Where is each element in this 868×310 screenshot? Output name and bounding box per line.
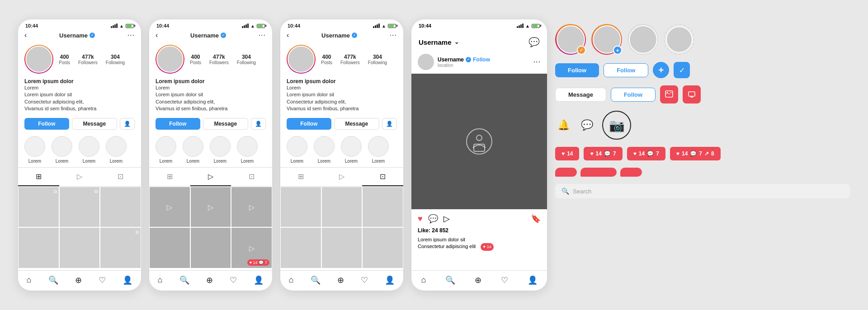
share-icon[interactable]: ▷ (443, 214, 450, 224)
wifi-icon: ▲ (119, 23, 124, 28)
person-button-2[interactable]: 👤 (251, 118, 266, 130)
notif-card-4: ♥ 14 💬 7 ↗ 8 (670, 147, 721, 160)
nav-add-1[interactable]: ⊕ (75, 275, 82, 285)
nav-profile-large[interactable]: 👤 (528, 275, 538, 285)
tab-tagged-2[interactable]: ⊡ (231, 168, 272, 186)
stats-row-3: 400 Posts 477k Followers 304 Following (321, 54, 397, 65)
signal-icon-3 (373, 23, 380, 28)
highlight-item-4: Lorem (106, 136, 127, 164)
nav-heart-large[interactable]: ♡ (501, 275, 508, 285)
profile-section-1: 400 Posts 477k Followers 304 Following (18, 42, 141, 77)
tab-reels-2[interactable]: ▷ (190, 168, 231, 186)
tab-tagged-1[interactable]: ⊡ (100, 168, 141, 186)
nav-search-3[interactable]: 🔍 (311, 275, 321, 285)
back-button-1[interactable]: ‹ (24, 31, 27, 39)
post-like-count: Like: 24 852 (411, 225, 547, 235)
post-avatar (418, 54, 434, 70)
nav-heart-1[interactable]: ♡ (99, 275, 106, 285)
dm-icon[interactable]: 💬 (528, 37, 540, 47)
nav-profile-3[interactable]: 👤 (385, 275, 395, 285)
nav-home-1[interactable]: ⌂ (27, 275, 32, 285)
story-avatar-4 (664, 24, 694, 55)
tab-grid-1[interactable]: ⊞ (18, 168, 59, 186)
story-check-icon: ✓ (577, 46, 586, 55)
story-ring-3[interactable] (627, 24, 658, 55)
like-icon[interactable]: ♥ (418, 214, 423, 224)
back-button-2[interactable]: ‹ (156, 31, 158, 39)
tab-grid-2[interactable]: ⊞ (149, 168, 190, 186)
follow-plus-button[interactable]: + (653, 62, 669, 78)
message-button-3[interactable]: Message (334, 118, 380, 130)
save-icon[interactable]: 🔖 (531, 214, 541, 224)
nav-add-2[interactable]: ⊕ (206, 275, 213, 285)
more-options-1[interactable]: ··· (127, 31, 135, 39)
nav-home-large[interactable]: ⌂ (421, 275, 426, 285)
follow-button-large[interactable]: Follow (473, 56, 490, 63)
tab-tagged-3[interactable]: ⊡ (362, 168, 403, 186)
svg-point-1 (476, 135, 482, 141)
action-buttons-2: Follow Message 👤 (149, 116, 272, 133)
large-header: Username ⌄ 💬 (411, 30, 547, 51)
story-plus-icon[interactable]: + (613, 46, 622, 55)
stats-row-2: 400 Posts 477k Followers 304 Following (190, 54, 266, 65)
stats-row-1: 400 Posts 477k Followers 304 Following (59, 54, 135, 65)
message-button-right[interactable]: Message (555, 88, 606, 102)
chevron-down-icon[interactable]: ⌄ (454, 39, 459, 45)
story-ring-4[interactable] (664, 24, 694, 55)
tv-icon-button[interactable] (683, 85, 701, 103)
stat-posts-1: 400 Posts (59, 54, 70, 65)
message-button-2[interactable]: Message (203, 118, 249, 130)
grid-cell-3-5 (321, 227, 363, 268)
large-username: Username ⌄ (419, 38, 459, 46)
battery-icon-3 (388, 24, 396, 28)
messenger-icon-wrap[interactable]: 💬 (579, 117, 595, 133)
camera-icon-circle[interactable]: 📷 (602, 111, 631, 140)
highlight-2-1: Lorem (156, 136, 176, 164)
comment-bubble-3 (620, 168, 642, 177)
nav-heart-2[interactable]: ♡ (230, 275, 237, 285)
person-button-1[interactable]: 👤 (120, 118, 135, 130)
nav-add-3[interactable]: ⊕ (337, 275, 344, 285)
nav-search-large[interactable]: 🔍 (445, 275, 455, 285)
story-avatar-1: ✓ (555, 24, 586, 55)
back-button-3[interactable]: ‹ (287, 31, 289, 39)
nav-search-1[interactable]: 🔍 (48, 275, 58, 285)
avatar-ring-1 (24, 45, 53, 74)
nav-search-2[interactable]: 🔍 (179, 275, 189, 285)
nav-heart-3[interactable]: ♡ (361, 275, 368, 285)
highlights-1: Lorem Lorem Lorem Lorem (18, 133, 141, 167)
status-icons-1: ▲ (111, 23, 134, 28)
nav-profile-1[interactable]: 👤 (123, 275, 132, 285)
comment-icon[interactable]: 💬 (428, 214, 438, 224)
tab-reels-3[interactable]: ▷ (321, 168, 363, 186)
tab-reels-1[interactable]: ▷ (59, 168, 100, 186)
post-more-options[interactable]: ··· (533, 58, 541, 66)
follow-button-2[interactable]: Follow (156, 118, 200, 130)
story-avatar-3 (627, 24, 658, 55)
grid-cell-1-3 (100, 187, 141, 228)
nav-home-2[interactable]: ⌂ (158, 275, 163, 285)
follow-check-button[interactable]: ✓ (674, 62, 690, 78)
nav-profile-2[interactable]: 👤 (254, 275, 264, 285)
person-button-3[interactable]: 👤 (382, 118, 397, 130)
follow-button-1[interactable]: Follow (24, 118, 69, 130)
bio-section-3: Lorem ipsum dolor LoremLorem ipsum dolor… (280, 77, 403, 116)
more-options-2[interactable]: ··· (259, 31, 266, 39)
bell-icon-wrap[interactable]: 🔔 (555, 117, 571, 133)
time-1: 10:44 (25, 23, 38, 28)
reel-icon-button[interactable] (660, 85, 678, 103)
follow-outline-button[interactable]: Follow (604, 63, 648, 77)
nav-add-large[interactable]: ⊕ (475, 275, 481, 285)
follow-blue-button[interactable]: Follow (555, 63, 599, 77)
verified-badge-3: ✓ (352, 33, 357, 38)
highlights-3: Lorem Lorem Lorem Lorem (280, 133, 403, 167)
tab-grid-3[interactable]: ⊞ (280, 168, 321, 186)
grid-cell-3-2 (321, 187, 363, 228)
more-options-3[interactable]: ··· (390, 31, 397, 39)
heart-icon-2: ♥ (590, 150, 593, 157)
follow-text-button-right[interactable]: Follow (611, 88, 656, 102)
message-button-1[interactable]: Message (72, 118, 118, 130)
nav-home-3[interactable]: ⌂ (289, 275, 294, 285)
search-bar[interactable]: 🔍 Search (555, 184, 850, 198)
follow-button-3[interactable]: Follow (287, 118, 331, 130)
